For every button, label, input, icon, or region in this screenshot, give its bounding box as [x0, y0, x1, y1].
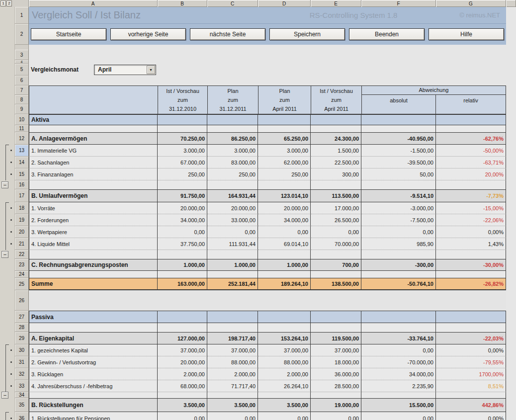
cell-value[interactable]: 3.000,00 [207, 145, 258, 157]
row-label[interactable]: A. Anlagevermögen [29, 132, 158, 145]
column-header-e[interactable]: E [311, 0, 361, 7]
cell-value[interactable] [158, 271, 207, 278]
cell-value[interactable]: 300,00 [311, 168, 361, 180]
relativ-value[interactable]: 1700,00% [436, 368, 506, 380]
row-number-15[interactable]: 15 [15, 168, 29, 180]
cell-value[interactable]: 37.000,00 [158, 344, 207, 356]
cell-value[interactable]: 0,00 [207, 226, 258, 238]
cell-value[interactable]: 250,00 [258, 168, 311, 180]
cell-value[interactable]: 69.014,10 [258, 238, 311, 250]
cell-value[interactable] [361, 125, 436, 132]
relativ-value[interactable] [436, 125, 506, 132]
cell-value[interactable]: 20.000,00 [207, 202, 258, 214]
column-header-d[interactable]: D [258, 0, 311, 7]
row-number-1[interactable]: 1 [15, 7, 29, 24]
row-number-20[interactable]: 20 [15, 226, 29, 238]
cell-value[interactable] [361, 392, 436, 398]
cell-value[interactable] [258, 290, 311, 311]
row-number-28[interactable]: 28 [15, 323, 29, 332]
row-label[interactable]: B. Umlaufvermögen [29, 189, 158, 202]
month-select[interactable]: April ▼ [94, 65, 156, 75]
cell-value[interactable]: 28.500,00 [311, 380, 361, 392]
row-number-30[interactable]: 30 [15, 344, 29, 356]
cell-value[interactable]: 0,00 [258, 412, 311, 420]
row-number-16[interactable]: 16 [15, 180, 29, 189]
row-label[interactable]: 2. Sachanlagen [29, 157, 158, 168]
cell-value[interactable]: 111.931,44 [207, 238, 258, 250]
cell-value[interactable] [311, 392, 361, 398]
row-number-14[interactable]: 14 [15, 157, 29, 168]
row-number-24[interactable]: 24 [15, 271, 29, 278]
relativ-value[interactable] [436, 114, 506, 125]
column-header-g[interactable]: G [436, 0, 506, 7]
cell-value[interactable] [258, 114, 311, 125]
cell-value[interactable] [361, 271, 436, 278]
cell-value[interactable]: -7.500,00 [361, 214, 436, 226]
toolbar-button-vorherige-seite[interactable]: vorherige Seite [110, 28, 186, 40]
cell-value[interactable]: 62.000,00 [258, 157, 311, 168]
outline-collapse-button[interactable]: − [1, 181, 8, 188]
cell-value[interactable]: 2.000,00 [207, 368, 258, 380]
header-cell-ist-2010[interactable]: Ist / Vorschauzum31.12.2010 [158, 86, 208, 114]
cell-value[interactable]: 0,00 [158, 226, 207, 238]
cell-value[interactable] [361, 311, 436, 323]
cell-value[interactable] [311, 290, 361, 311]
cell-value[interactable]: 83.000,00 [207, 157, 258, 168]
row-number-22[interactable]: 22 [15, 250, 29, 259]
cell-value[interactable]: 1.500,00 [311, 145, 361, 157]
cell-value[interactable]: -300,00 [361, 259, 436, 271]
header-cell-ist-april[interactable]: Ist / VorschauzumApril 2011 [311, 86, 362, 114]
cell-value[interactable] [258, 125, 311, 132]
row-label[interactable]: A. Eigenkapital [29, 332, 158, 344]
header-cell-empty[interactable] [29, 86, 158, 114]
cell-value[interactable]: -1.500,00 [361, 145, 436, 157]
cell-value[interactable] [207, 250, 258, 259]
row-number-33[interactable]: 33 [15, 380, 29, 392]
cell-value[interactable]: 34.000,00 [258, 214, 311, 226]
cell-value[interactable]: 985,90 [361, 238, 436, 250]
row-number-32[interactable]: 32 [15, 368, 29, 380]
outline-collapse-button[interactable]: − [1, 251, 8, 258]
row-number-34[interactable]: 34 [15, 392, 29, 398]
cell-value[interactable] [258, 311, 311, 323]
relativ-value[interactable]: 0,00% [436, 412, 506, 420]
row-number-29[interactable]: 29 [15, 332, 29, 344]
toolbar-button-speichern[interactable]: Speichern [269, 28, 345, 40]
relativ-value[interactable]: 1,43% [436, 238, 506, 250]
row-number-8[interactable]: 8 [15, 95, 29, 104]
row-label[interactable] [29, 392, 158, 398]
row-number-25[interactable]: 25 [15, 278, 29, 290]
row-label[interactable]: 1. gezeichnetes Kapital [29, 344, 158, 356]
relativ-value[interactable] [436, 311, 506, 323]
relativ-value[interactable]: -79,55% [436, 356, 506, 368]
toolbar-button-hilfe[interactable]: Hilfe [429, 28, 504, 40]
cell-value[interactable]: 36.000,00 [311, 368, 361, 380]
cell-value[interactable]: 24.300,00 [311, 132, 361, 145]
header-cell-plan-april[interactable]: PlanzumApril 2011 [258, 86, 311, 114]
cell-value[interactable]: 67.000,00 [158, 157, 207, 168]
cell-value[interactable]: 3.000,00 [158, 145, 207, 157]
row-number-5[interactable]: 5 [15, 64, 29, 76]
row-label[interactable]: 3. Rücklagen [29, 368, 158, 380]
cell-value[interactable] [311, 250, 361, 259]
cell-value[interactable]: 153.264,10 [258, 332, 311, 344]
cell-value[interactable] [258, 323, 311, 332]
row-number-18[interactable]: 18 [15, 202, 29, 214]
cell-value[interactable]: 20.000,00 [158, 356, 207, 368]
cell-value[interactable] [311, 180, 361, 189]
row-label[interactable]: 2. Forderungen [29, 214, 158, 226]
cell-value[interactable]: 163.000,00 [158, 278, 207, 290]
cell-value[interactable]: 0,00 [258, 226, 311, 238]
cell-value[interactable]: 50,00 [361, 168, 436, 180]
cell-value[interactable] [207, 125, 258, 132]
cell-value[interactable] [158, 323, 207, 332]
relativ-value[interactable]: -62,76% [436, 132, 506, 145]
row-number-27[interactable]: 27 [15, 311, 29, 323]
relativ-value[interactable]: -30,00% [436, 259, 506, 271]
cell-value[interactable]: 252.181,44 [207, 278, 258, 290]
cell-value[interactable]: 17.000,00 [311, 202, 361, 214]
relativ-value[interactable] [436, 250, 506, 259]
row-label[interactable]: 4. Jahresüberschuss / -fehlbetrag [29, 380, 158, 392]
row-number-7[interactable]: 7 [15, 85, 29, 95]
cell-value[interactable] [311, 311, 361, 323]
